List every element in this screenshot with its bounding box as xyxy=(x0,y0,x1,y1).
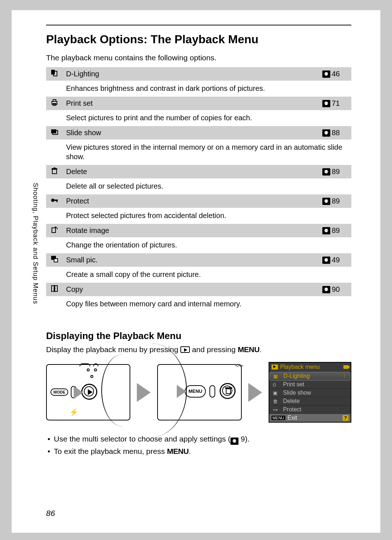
menu-label: MENU xyxy=(238,345,260,354)
option-desc: Delete all or selected pictures. xyxy=(46,178,351,194)
play-button-icon xyxy=(180,346,190,353)
menu-item-icon: ⎙ xyxy=(273,382,279,387)
battery-icon xyxy=(343,365,348,369)
text: . xyxy=(189,447,191,455)
option-desc: Protect selected pictures from accidenta… xyxy=(46,208,351,224)
page-ref: 9 xyxy=(241,435,245,443)
flash-icon: ⚡ xyxy=(69,408,78,416)
rotate-icon xyxy=(46,224,62,237)
page-number: 86 xyxy=(46,509,55,518)
manual-page: Shooting, Playback and Setup Menus Playb… xyxy=(12,10,380,533)
page-ref: ⚉89 xyxy=(319,165,351,178)
page-ref: ⚉46 xyxy=(319,67,351,81)
menu-item-icon: 🗑 xyxy=(273,399,279,404)
section-tab: Shooting, Playback and Setup Menus xyxy=(32,183,39,304)
option-name: Slide show xyxy=(62,126,319,140)
page-title: Playback Options: The Playback Menu xyxy=(46,33,351,46)
page-ref: ⚉90 xyxy=(319,283,351,296)
help-icon: ? xyxy=(343,415,348,421)
option-desc: Change the orientation of pictures. xyxy=(46,237,351,253)
menu-item-icon: ⊶ xyxy=(273,407,279,412)
smallpic-icon xyxy=(46,253,62,267)
protect-icon xyxy=(46,194,62,208)
options-table: D-Lighting⚉46Enhances brightness and con… xyxy=(46,67,351,312)
delete-button xyxy=(220,383,236,399)
arrow-icon xyxy=(74,386,83,399)
text: ). xyxy=(245,435,250,443)
option-desc: Copy files between memory card and inter… xyxy=(46,296,351,312)
camera-back-2: 〰 MENU xyxy=(157,364,241,420)
svg-rect-13 xyxy=(52,228,56,233)
d-lighting-icon xyxy=(46,67,62,81)
top-rule xyxy=(46,25,351,25)
diagrams-row: MODE ⚡ 〰 MENU Playback men xyxy=(46,362,351,423)
svg-rect-8 xyxy=(52,168,57,169)
option-name: Delete xyxy=(62,165,319,178)
subheading: Displaying the Playback Menu xyxy=(46,330,351,342)
lcd-footer: MENU Exit ? xyxy=(269,414,351,422)
slideshow-icon xyxy=(46,126,62,140)
option-header: D-Lighting⚉46 xyxy=(46,67,351,81)
lcd-menu-item: ▦D-Lighting xyxy=(269,372,351,380)
exit-label: Exit xyxy=(287,415,297,421)
lcd-menu-item: ▣Slide show xyxy=(269,389,351,397)
lcd-menu-item: ⊶Protect xyxy=(269,406,351,414)
option-header: Rotate image⚉89 xyxy=(46,224,351,237)
mode-button: MODE xyxy=(50,388,68,396)
svg-rect-12 xyxy=(56,200,57,202)
option-name: Copy xyxy=(62,283,319,296)
text: . xyxy=(260,345,262,354)
svg-rect-3 xyxy=(53,100,56,101)
option-header: Slide show⚉88 xyxy=(46,126,351,140)
option-name: Small pic. xyxy=(62,253,319,267)
option-desc: View pictures stored in the internal mem… xyxy=(46,140,351,165)
option-name: Print set xyxy=(62,97,319,110)
strap-icon: 〰 xyxy=(235,362,243,371)
text: and pressing xyxy=(192,345,238,354)
svg-rect-5 xyxy=(51,129,56,133)
lcd-title-text: Playback menu xyxy=(280,364,320,370)
text: To exit the playback menu, press xyxy=(54,447,167,455)
print-icon xyxy=(46,97,62,110)
page-ref: ⚉89 xyxy=(319,224,351,237)
bullet-list: • Use the multi selector to choose and a… xyxy=(48,433,351,457)
svg-rect-17 xyxy=(52,286,54,291)
menu-item-icon: ▦ xyxy=(273,374,280,379)
menu-badge: MENU xyxy=(271,416,285,420)
intro-text: The playback menu contains the following… xyxy=(46,53,351,62)
svg-rect-16 xyxy=(54,259,58,262)
menu-item-label: D-Lighting xyxy=(283,373,310,379)
arrow-icon xyxy=(248,383,262,402)
lcd-menu-item: 🗑Delete xyxy=(269,397,351,406)
copy-icon xyxy=(46,283,62,296)
option-header: Copy⚉90 xyxy=(46,283,351,296)
menu-button: MENU xyxy=(185,385,206,398)
lcd-title: Playback menu xyxy=(269,363,351,372)
option-header: Delete⚉89 xyxy=(46,165,351,178)
page-ref: ⚉49 xyxy=(319,253,351,267)
lcd-menu-item: ⎙Print set xyxy=(269,380,351,389)
display-instruction: Display the playback menu by pressing an… xyxy=(46,345,351,354)
page-ref: ⚉88 xyxy=(319,126,351,140)
svg-rect-9 xyxy=(53,168,56,168)
option-desc: Select pictures to print and the number … xyxy=(46,110,351,126)
option-name: Rotate image xyxy=(62,224,319,237)
menu-item-label: Protect xyxy=(283,406,302,413)
option-header: Protect⚉89 xyxy=(46,194,351,208)
page-ref-icon: ⚉ xyxy=(230,438,238,445)
option-header: Small pic.⚉49 xyxy=(46,253,351,267)
option-desc: Create a small copy of the current pictu… xyxy=(46,267,351,283)
menu-item-icon: ▣ xyxy=(273,390,279,396)
menu-item-label: Delete xyxy=(283,398,300,404)
menu-item-label: Print set xyxy=(283,381,305,388)
option-name: Protect xyxy=(62,194,319,208)
trash-icon xyxy=(46,165,62,178)
page-ref: ⚉89 xyxy=(319,194,351,208)
playback-button xyxy=(81,384,97,400)
play-icon xyxy=(271,364,278,370)
lcd-playback-menu: Playback menu ▦D-Lighting⎙Print set▣Slid… xyxy=(269,362,351,423)
option-desc: Enhances brightness and contrast in dark… xyxy=(46,81,351,97)
page-ref: ⚉71 xyxy=(319,97,351,110)
menu-item-label: Slide show xyxy=(283,390,311,396)
option-header: Print set⚉71 xyxy=(46,97,351,110)
